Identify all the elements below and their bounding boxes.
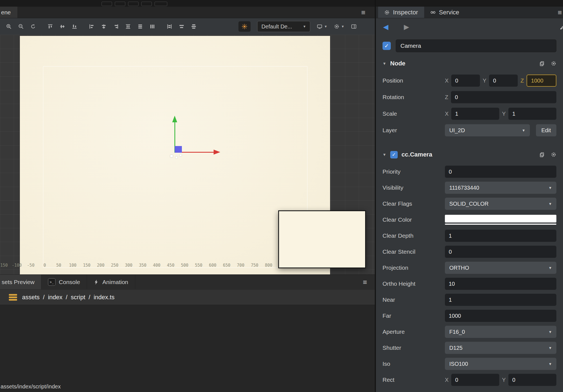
edit-tool-icon[interactable]	[560, 24, 563, 30]
near-input[interactable]: 1	[445, 294, 556, 306]
cut-toolbar-button[interactable]	[115, 2, 125, 6]
anchor-handle[interactable]	[180, 154, 182, 156]
clear-stencil-input[interactable]: 0	[445, 246, 556, 258]
position-x-input[interactable]: 0	[451, 75, 480, 87]
preset-dropdown[interactable]: Default De... ▼	[257, 21, 310, 32]
breadcrumb-part[interactable]: index.ts	[94, 294, 115, 301]
scene-toolbar: Default De... ▼ ▼ ▼	[0, 18, 375, 35]
ruler-label: -50	[27, 262, 34, 269]
node-active-checkbox[interactable]: ✓	[383, 42, 391, 50]
zoom-out-icon[interactable]	[17, 22, 25, 31]
scene-viewport[interactable]: -150-100-5005010015020025030035040045050…	[0, 35, 375, 274]
anchor-handle[interactable]	[176, 157, 177, 158]
rect-y-input[interactable]: 0	[508, 374, 556, 386]
menu-icon[interactable]: ≡	[363, 279, 367, 286]
tab-service[interactable]: Service	[424, 7, 465, 18]
cut-toolbar-button[interactable]	[102, 2, 112, 6]
tab-animation[interactable]: Animation	[87, 275, 135, 289]
clear-flags-dropdown[interactable]: SOLID_COLOR▼	[445, 198, 556, 210]
section-header-cc-camera[interactable]: ▼✓cc.Camera	[383, 149, 556, 161]
tab-scene[interactable]: ene	[0, 7, 17, 18]
cut-toolbar-button[interactable]	[141, 2, 152, 6]
scale-y-input[interactable]: 1	[508, 108, 556, 120]
priority-input[interactable]: 0	[445, 166, 556, 178]
position-z-input[interactable]: 1000	[527, 75, 556, 87]
align-bottom-icon[interactable]	[70, 22, 79, 31]
lighting-toggle-button[interactable]	[238, 21, 251, 32]
cc-camera-checkbox[interactable]: ✓	[390, 151, 398, 158]
gear-icon[interactable]	[551, 61, 556, 66]
shutter-dropdown[interactable]: D125▼	[445, 342, 556, 354]
distribute-bottom-icon[interactable]	[148, 22, 156, 31]
align-center-icon[interactable]	[100, 22, 108, 31]
rect-x-input[interactable]: 0	[451, 374, 499, 386]
distribute-center-icon[interactable]	[177, 22, 186, 31]
tab-console[interactable]: >_Console	[41, 275, 87, 289]
nav-forward-button[interactable]: ▶	[404, 23, 409, 31]
tab-sets-preview[interactable]: sets Preview	[0, 275, 41, 289]
breadcrumb-part[interactable]: script	[71, 294, 85, 301]
prop-label: Layer	[383, 127, 445, 134]
cut-toolbar-button[interactable]	[155, 2, 167, 6]
breadcrumb-separator: /	[43, 294, 45, 301]
align-left-icon[interactable]	[87, 22, 96, 31]
gizmo-x-arrowhead[interactable]	[214, 150, 220, 155]
collapse-icon[interactable]: ▼	[383, 61, 386, 66]
rotation-z-input[interactable]: 0	[451, 91, 556, 103]
position-y-input[interactable]: 0	[489, 75, 518, 87]
axis-label-x: X	[445, 111, 448, 117]
distribute-middle-icon[interactable]	[136, 22, 144, 31]
tab-inspector[interactable]: Inspector	[378, 7, 424, 18]
dropdown-value: F16_0	[449, 329, 465, 335]
split-view-button[interactable]	[351, 24, 357, 29]
cocos-editor-window: ene ≡ Default De... ▼ ▼ ▼	[0, 0, 563, 392]
dropdown-value: D125	[449, 345, 463, 351]
console-output[interactable]: assets/index/script/index	[0, 305, 375, 392]
prop-field: 0	[445, 246, 556, 258]
distribute-right-icon[interactable]	[190, 22, 198, 31]
cut-toolbar-button[interactable]	[128, 2, 139, 6]
copy-icon[interactable]	[539, 152, 545, 157]
iso-dropdown[interactable]: ISO100▼	[445, 358, 556, 370]
zoom-in-icon[interactable]	[5, 22, 13, 31]
breadcrumb-part[interactable]: assets	[22, 294, 40, 301]
gear-icon[interactable]	[551, 152, 556, 157]
far-input[interactable]: 1000	[445, 310, 556, 322]
copy-icon[interactable]	[539, 61, 545, 66]
ortho-height-input[interactable]: 10	[445, 278, 556, 290]
menu-icon[interactable]: ≡	[361, 9, 365, 16]
align-right-icon[interactable]	[112, 22, 120, 31]
distribute-top-icon[interactable]	[124, 22, 132, 31]
section-header-node[interactable]: ▼Node	[383, 57, 556, 70]
prop-label: Iso	[383, 361, 445, 367]
anchor-handle[interactable]	[170, 155, 173, 157]
node-name-input[interactable]: Camera	[396, 39, 556, 52]
scale-x-input[interactable]: 1	[451, 108, 499, 120]
gizmo-y-arrowhead[interactable]	[172, 116, 177, 122]
align-top-icon[interactable]	[46, 22, 54, 31]
visibility-dropdown[interactable]: 1116733440▼	[445, 182, 556, 194]
chevron-down-icon: ▼	[548, 330, 552, 334]
align-middle-icon[interactable]	[58, 22, 67, 31]
menu-icon[interactable]: ≡	[558, 9, 562, 16]
camera-view-button[interactable]: ▼	[317, 24, 327, 29]
collapse-icon[interactable]: ▼	[383, 152, 386, 157]
tab-label: Animation	[102, 279, 128, 285]
breadcrumb-separator: /	[89, 294, 90, 301]
refresh-icon[interactable]	[29, 22, 37, 31]
distribute-left-icon[interactable]	[165, 22, 174, 31]
aperture-dropdown[interactable]: F16_0▼	[445, 326, 556, 338]
nav-back-button[interactable]: ◀	[383, 23, 388, 31]
scene-settings-button[interactable]: ▼	[334, 24, 344, 29]
chevron-down-icon: ▼	[341, 25, 344, 28]
clear-color-swatch[interactable]	[445, 215, 556, 225]
gizmo-origin-handle[interactable]	[175, 146, 182, 153]
projection-dropdown[interactable]: ORTHO▼	[445, 262, 556, 274]
layer-edit-button[interactable]: Edit	[536, 124, 556, 136]
layer-dropdown[interactable]: UI_2D▼	[445, 124, 530, 136]
prop-field: 0	[445, 166, 556, 178]
breadcrumb-part[interactable]: index	[48, 294, 63, 301]
inspector-tabs: InspectorService	[378, 7, 465, 18]
prop-field: 1000	[445, 310, 556, 322]
clear-depth-input[interactable]: 1	[445, 230, 556, 242]
